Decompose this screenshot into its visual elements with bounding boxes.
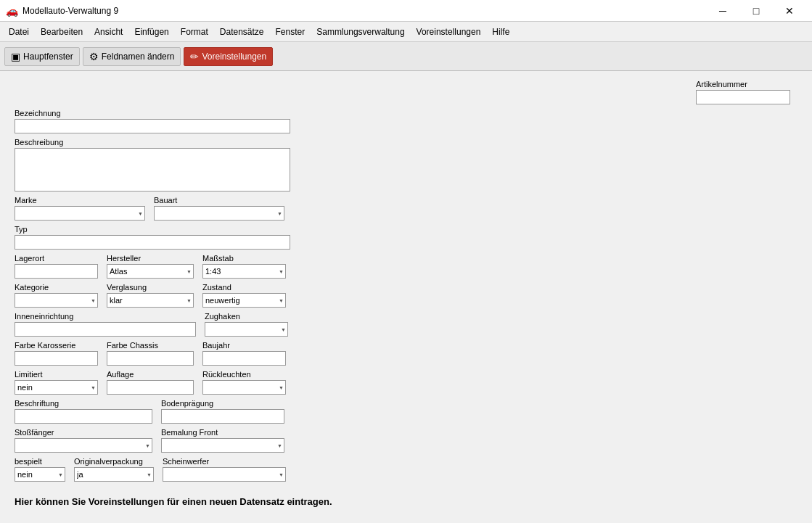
titlebar: 🚗 Modellauto-Verwaltung 9 ─ □ ✕ (0, 0, 812, 22)
originalverpackung-select[interactable]: ja (74, 467, 154, 482)
inneneinrichtung-label: Inneneinrichtung (15, 312, 196, 321)
typ-group: Typ (15, 225, 290, 250)
inneneinrichtung-group: Inneneinrichtung (15, 312, 196, 337)
zughaken-select-wrapper (205, 322, 288, 337)
verglasung-select[interactable]: klar (107, 293, 194, 308)
bespielt-label: bespielt (15, 457, 65, 466)
limitiert-row: Limitiert nein Auflage Rückleuchten (15, 370, 797, 395)
titlebar-controls: ─ □ ✕ (706, 0, 806, 22)
rueckleuchten-label: Rückleuchten (202, 370, 286, 379)
titlebar-left: 🚗 Modellauto-Verwaltung 9 (6, 5, 118, 17)
kategorie-group: Kategorie (15, 283, 98, 308)
farbe-chassis-input[interactable] (107, 351, 194, 366)
zughaken-select[interactable] (205, 322, 288, 337)
zustand-select-wrapper: neuwertig (202, 293, 286, 308)
lagerort-row: Lagerort Hersteller Atlas Maßstab 1:43 (15, 254, 797, 279)
bespielt-select[interactable]: nein (15, 467, 65, 482)
zughaken-group: Zughaken (205, 312, 288, 337)
limitiert-select[interactable]: nein (15, 380, 98, 395)
bodenpraegung-group: Bodenprägung (161, 399, 284, 424)
limitiert-select-wrapper: nein (15, 380, 98, 395)
bauart-select[interactable] (154, 206, 284, 221)
lagerort-input[interactable] (15, 264, 98, 279)
farbe-chassis-label: Farbe Chassis (107, 341, 194, 350)
baujahr-input[interactable] (202, 351, 286, 366)
bemalung-front-label: Bemalung Front (161, 428, 284, 437)
farbe-karosserie-group: Farbe Karosserie (15, 341, 98, 366)
kategorie-select[interactable] (15, 293, 98, 308)
originalverpackung-select-wrapper: ja (74, 467, 154, 482)
typ-input[interactable] (15, 235, 290, 250)
bezeichnung-input[interactable] (15, 119, 290, 133)
app-icon: 🚗 (6, 5, 18, 17)
scheinwerfer-select-wrapper (163, 467, 286, 482)
bodenpraegung-input[interactable] (161, 409, 284, 424)
bezeichnung-label: Bezeichnung (15, 109, 290, 118)
zughaken-label: Zughaken (205, 312, 288, 321)
menu-sammlungsverwaltung[interactable]: Sammlungsverwaltung (311, 25, 410, 39)
farbe-karosserie-input[interactable] (15, 351, 98, 366)
main-content: Artikelnummer Bezeichnung Beschreibung M… (0, 71, 812, 523)
hauptfenster-label: Hauptfenster (23, 52, 73, 62)
hauptfenster-button[interactable]: ▣ Hauptfenster (4, 47, 80, 66)
inneneinrichtung-row: Inneneinrichtung Zughaken (15, 312, 797, 337)
rueckleuchten-select[interactable] (202, 380, 286, 395)
minimize-button[interactable]: ─ (706, 0, 739, 22)
verglasung-group: Verglasung klar (107, 283, 194, 308)
baujahr-group: Baujahr (202, 341, 286, 366)
artikelnummer-label: Artikelnummer (696, 80, 790, 88)
feldnamen-button[interactable]: ⚙ Feldnamen ändern (83, 47, 181, 66)
titlebar-title: Modellauto-Verwaltung 9 (22, 6, 118, 16)
farbe-chassis-group: Farbe Chassis (107, 341, 194, 366)
menu-einfuegen[interactable]: Einfügen (128, 25, 174, 39)
menu-format[interactable]: Format (175, 25, 214, 39)
menu-ansicht[interactable]: Ansicht (89, 25, 128, 39)
massstab-label: Maßstab (202, 254, 286, 263)
close-button[interactable]: ✕ (773, 0, 806, 22)
kategorie-row: Kategorie Verglasung klar Zustand neuwer… (15, 283, 797, 308)
menu-voreinstellungen[interactable]: Voreinstellungen (411, 25, 487, 39)
massstab-select[interactable]: 1:43 (202, 264, 286, 279)
beschriftung-input[interactable] (15, 409, 152, 424)
menu-fenster[interactable]: Fenster (270, 25, 311, 39)
verglasung-label: Verglasung (107, 283, 194, 292)
artikelnummer-input[interactable] (696, 90, 790, 104)
menubar: Datei Bearbeiten Ansicht Einfügen Format… (0, 22, 812, 42)
farbe-karosserie-label: Farbe Karosserie (15, 341, 98, 350)
stossfaenger-select[interactable] (15, 438, 152, 453)
hersteller-select-wrapper: Atlas (107, 264, 194, 279)
marke-select[interactable] (15, 206, 145, 221)
beschreibung-textarea[interactable] (15, 148, 290, 192)
hersteller-select[interactable]: Atlas (107, 264, 194, 279)
menu-hilfe[interactable]: Hilfe (486, 25, 515, 39)
menu-datensaetze[interactable]: Datensätze (214, 25, 270, 39)
bodenpraegung-label: Bodenprägung (161, 399, 284, 408)
originalverpackung-label: Originalverpackung (74, 457, 154, 466)
info-text: Hier können Sie Voreinstellungen für ein… (15, 496, 797, 507)
bauart-label: Bauart (154, 196, 284, 205)
verglasung-select-wrapper: klar (107, 293, 194, 308)
voreinstellungen-label: Voreinstellungen (202, 52, 266, 62)
limitiert-group: Limitiert nein (15, 370, 98, 395)
zustand-group: Zustand neuwertig (202, 283, 286, 308)
baujahr-label: Baujahr (202, 341, 286, 350)
bezeichnung-group: Bezeichnung (15, 109, 290, 133)
inneneinrichtung-input[interactable] (15, 322, 196, 337)
marke-select-wrapper (15, 206, 145, 221)
menu-bearbeiten[interactable]: Bearbeiten (35, 25, 89, 39)
zustand-select[interactable]: neuwertig (202, 293, 286, 308)
lagerort-label: Lagerort (15, 254, 98, 263)
voreinstellungen-button[interactable]: ✏ Voreinstellungen (184, 47, 273, 66)
bemalung-front-select[interactable] (161, 438, 284, 453)
menu-datei[interactable]: Datei (3, 25, 35, 39)
kategorie-select-wrapper (15, 293, 98, 308)
scheinwerfer-select[interactable] (163, 467, 286, 482)
bemalung-front-group: Bemalung Front (161, 428, 284, 453)
beschriftung-row: Beschriftung Bodenprägung (15, 399, 797, 424)
auflage-input[interactable] (107, 380, 194, 395)
beschreibung-label: Beschreibung (15, 138, 290, 147)
maximize-button[interactable]: □ (739, 0, 773, 22)
bemalung-front-select-wrapper (161, 438, 284, 453)
artikelnummer-group: Artikelnummer (696, 80, 790, 104)
stossfaenger-select-wrapper (15, 438, 152, 453)
